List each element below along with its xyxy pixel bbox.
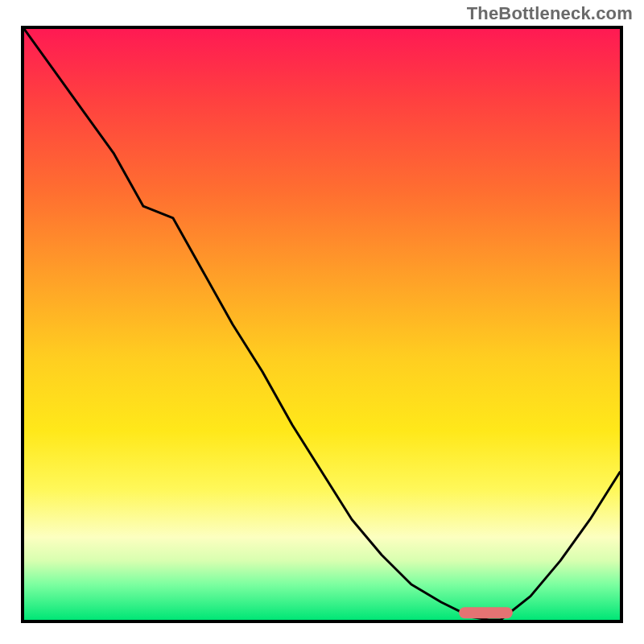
optimal-marker bbox=[459, 607, 513, 618]
curve-overlay bbox=[24, 29, 620, 620]
watermark-text: TheBottleneck.com bbox=[467, 3, 633, 24]
chart-container: TheBottleneck.com bbox=[0, 0, 644, 644]
plot-area bbox=[21, 26, 623, 623]
bottleneck-curve bbox=[24, 29, 620, 620]
